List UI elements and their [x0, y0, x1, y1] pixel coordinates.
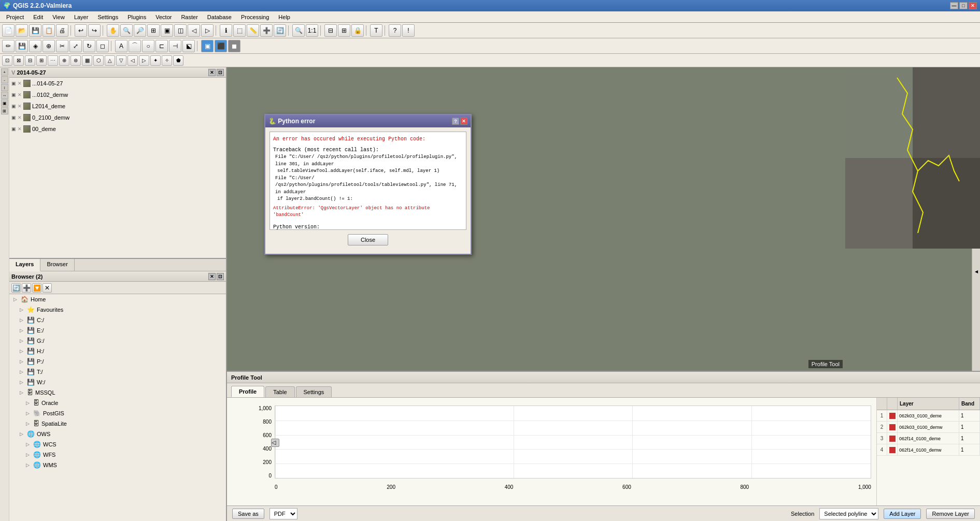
layer-x-3[interactable]: ✕	[18, 104, 22, 109]
menu-project[interactable]: Project	[2, 13, 28, 21]
vert-btn-2[interactable]: -	[1, 76, 8, 83]
edit-save-btn[interactable]: 💾	[16, 40, 28, 52]
node-edit-btn[interactable]: ◈	[29, 40, 41, 52]
layer-row-3[interactable]: 3 062f14_0100_deme 1	[877, 433, 980, 444]
zoom-layer-btn[interactable]: ▣	[161, 24, 173, 37]
save-project-btn[interactable]: 💾	[29, 24, 41, 37]
browser-item-ows[interactable]: ▷ 🌐 OWS	[9, 429, 226, 439]
browser-item-wfs[interactable]: ▷ 🌐 WFS	[9, 450, 226, 460]
layer-row-1[interactable]: 1 062k03_0100_deme 1	[877, 410, 980, 422]
open-project-btn[interactable]: 📂	[16, 24, 28, 37]
browser-close-btn[interactable]: ✕	[208, 273, 216, 280]
layer-check-3[interactable]: ▣	[11, 104, 16, 109]
browser-item-e[interactable]: ▷ 💾 E:/	[9, 325, 226, 336]
layer-x-2[interactable]: ✕	[18, 92, 22, 97]
raster1-btn[interactable]: ▣	[201, 40, 214, 52]
browser-item-w[interactable]: ▷ 💾 W:/	[9, 377, 226, 387]
raster3-btn[interactable]: ◼	[228, 40, 240, 52]
menu-plugins[interactable]: Plugins	[123, 13, 150, 21]
geo7-btn[interactable]: ⊛	[70, 55, 81, 66]
geo6-btn[interactable]: ⊕	[59, 55, 69, 66]
browser-item-postgis[interactable]: ▷ 🐘 PostGIS	[9, 408, 226, 418]
layer-item-5[interactable]: ▣ ✕ 00_deme	[9, 123, 226, 135]
browser-item-h[interactable]: ▷ 💾 H:/	[9, 346, 226, 356]
geo11-btn[interactable]: ▽	[116, 55, 126, 66]
dialog-help-btn[interactable]: ?	[452, 118, 459, 125]
tab-profile[interactable]: Profile	[231, 386, 264, 397]
add-layer-button[interactable]: Add Layer	[884, 509, 921, 519]
vert-btn-4[interactable]: ↔	[1, 92, 8, 99]
layers-close-btn[interactable]: ✕	[208, 69, 216, 76]
layer-x-5[interactable]: ✕	[18, 126, 22, 132]
zoom-out-btn[interactable]: 🔎	[134, 24, 146, 37]
add-layer-tb-btn[interactable]: ➕	[260, 24, 273, 37]
layer-item-3[interactable]: ▣ ✕ L2014_deme	[9, 100, 226, 112]
maximize-button[interactable]: □	[959, 2, 968, 9]
browser-item-t[interactable]: ▷ 💾 T:/	[9, 367, 226, 377]
layer-item-4[interactable]: ▣ ✕ 0_2100_demw	[9, 112, 226, 123]
ring-btn[interactable]: ○	[142, 40, 154, 52]
browser-item-c[interactable]: ▷ 💾 C:/	[9, 315, 226, 325]
geo12-btn[interactable]: ◁	[127, 55, 138, 66]
label-btn[interactable]: A	[115, 40, 127, 52]
menu-vector[interactable]: Vector	[151, 13, 176, 21]
layer-row-4[interactable]: 4 062f14_0100_demw 1	[877, 444, 980, 456]
layer-check-4[interactable]: ▣	[11, 115, 16, 120]
raster2-btn[interactable]: ⬛	[215, 40, 227, 52]
save-as-button[interactable]: Save as	[232, 509, 264, 519]
browser-item-wcs[interactable]: ▷ 🌐 WCS	[9, 439, 226, 450]
browser-item-wms[interactable]: ▷ 🌐 WMS	[9, 460, 226, 470]
tab-settings[interactable]: Settings	[296, 386, 332, 397]
geo13-btn[interactable]: ▷	[139, 55, 149, 66]
geo2-btn[interactable]: ⊠	[13, 55, 24, 66]
browser-add-btn[interactable]: ➕	[22, 283, 31, 293]
browser-item-oracle[interactable]: ▷ 🗄 Oracle	[9, 398, 226, 408]
print-btn[interactable]: 🖨	[56, 24, 68, 37]
geo10-btn[interactable]: △	[105, 55, 115, 66]
browser-refresh-btn[interactable]: 🔄	[11, 283, 21, 293]
curve-btn[interactable]: ⌒	[129, 40, 141, 52]
edit-pencil-btn[interactable]: ✏	[2, 40, 15, 52]
zoom-in-btn[interactable]: 🔍	[120, 24, 133, 37]
text-btn[interactable]: T	[370, 24, 382, 37]
route-btn[interactable]: ⊞	[338, 24, 350, 37]
remove-layer-button[interactable]: Remove Layer	[926, 509, 975, 519]
undo-btn[interactable]: ↩	[75, 24, 87, 37]
geo16-btn[interactable]: ⬟	[173, 55, 183, 66]
selection-type-select[interactable]: Selected polyline	[819, 508, 878, 519]
browser-item-g[interactable]: ▷ 💾 G:/	[9, 336, 226, 346]
refresh-btn[interactable]: 🔄	[274, 24, 286, 37]
format-select[interactable]: PDF PNG SVG	[269, 508, 297, 519]
browser-remove-btn[interactable]: ✕	[42, 283, 52, 293]
layer-x-1[interactable]: ✕	[18, 81, 22, 86]
merge-btn[interactable]: ⊏	[155, 40, 168, 52]
geo14-btn[interactable]: ✦	[150, 55, 161, 66]
zoom-extent-btn[interactable]: ⊞	[147, 24, 160, 37]
vert-btn-5[interactable]: ▣	[1, 99, 8, 107]
rotate-btn[interactable]: ↻	[83, 40, 95, 52]
right-collapse-btn[interactable]: ◀	[972, 249, 980, 371]
layer-row-2[interactable]: 2 062k03_0100_demw 1	[877, 422, 980, 433]
close-button[interactable]: ✕	[969, 2, 977, 9]
reshape-btn[interactable]: ⬕	[182, 40, 195, 52]
geo1-btn[interactable]: ⊡	[2, 55, 12, 66]
browser-filter-btn[interactable]: 🔽	[32, 283, 41, 293]
tab-table[interactable]: Table	[265, 386, 294, 397]
save-as-btn[interactable]: 📋	[42, 24, 55, 37]
snap-btn[interactable]: ⊕	[42, 40, 55, 52]
error-close-button[interactable]: Close	[348, 234, 388, 245]
identify-btn[interactable]: ℹ	[220, 24, 232, 37]
pan-btn[interactable]: ✋	[107, 24, 119, 37]
tab-browser[interactable]: Browser	[40, 259, 74, 271]
chart-slider-handle[interactable]: ◁	[271, 439, 279, 447]
layer-check-5[interactable]: ▣	[11, 126, 16, 132]
new-project-btn[interactable]: 📄	[2, 24, 15, 37]
layer-check-1[interactable]: ▣	[11, 81, 16, 86]
geo5-btn[interactable]: ⋯	[48, 55, 58, 66]
measure-btn[interactable]: 📏	[247, 24, 259, 37]
layer-item-1[interactable]: ▣ ✕ ...014-05-27	[9, 78, 226, 89]
layer-x-4[interactable]: ✕	[18, 115, 22, 120]
vert-btn-1[interactable]: +	[1, 68, 8, 76]
move-btn[interactable]: ⤢	[69, 40, 82, 52]
simplify-btn[interactable]: ◻	[96, 40, 109, 52]
